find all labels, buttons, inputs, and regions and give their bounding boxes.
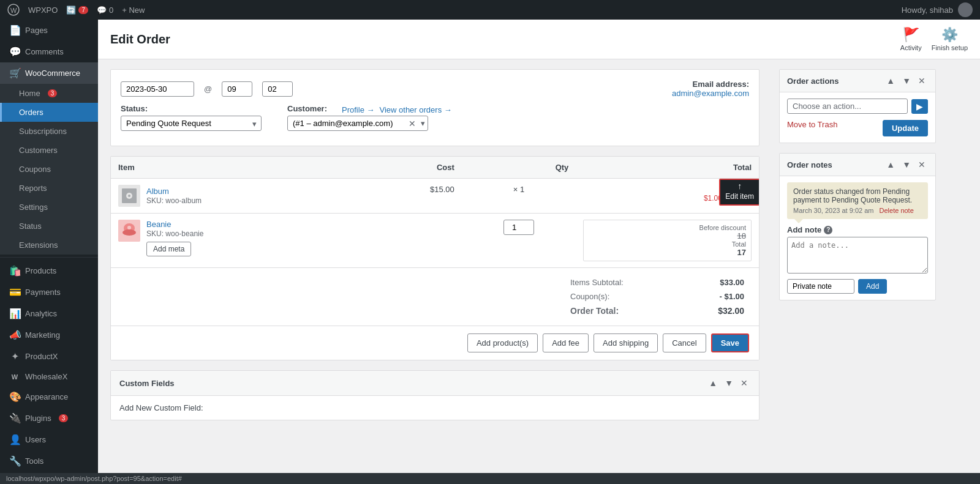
woocommerce-icon: 🛒 (9, 67, 20, 79)
order-actions-up-btn[interactable]: ▲ (884, 75, 897, 87)
sidebar-item-woocommerce[interactable]: 🛒 WooCommerce (0, 62, 98, 84)
new-btn[interactable]: + New (122, 6, 145, 15)
order-notes-controls: ▲ ▼ ✕ (884, 158, 928, 171)
sidebar-item-analytics[interactable]: 📊 Analytics (0, 303, 98, 324)
order-actions-down-btn[interactable]: ▼ (900, 75, 913, 87)
sidebar-item-subscriptions[interactable]: Subscriptions (0, 122, 98, 141)
order-meta-section: @ Email address: admin@example.com Statu… (110, 69, 760, 146)
add-fee-btn[interactable]: Add fee (543, 333, 589, 352)
finish-setup-btn[interactable]: ⚙️ Finish setup (932, 27, 968, 51)
sidebar-item-appearance[interactable]: 🎨 Appearance (0, 386, 98, 408)
save-btn[interactable]: Save (711, 333, 749, 352)
sidebar: 📄 Pages 💬 Comments 🛒 WooCommerce Home 3 … (0, 20, 98, 484)
sidebar-item-productx[interactable]: ✦ ProductX (0, 346, 98, 367)
order-date-input[interactable] (121, 81, 194, 97)
sidebar-item-comments[interactable]: 💬 Comments (0, 41, 98, 62)
coupons-val: - $1.00 (682, 289, 749, 303)
sidebar-item-settings[interactable]: Settings (0, 198, 98, 217)
sidebar-item-customers[interactable]: Customers (0, 141, 98, 160)
sidebar-item-reports[interactable]: Reports (0, 179, 98, 198)
sidebar-item-wholesalex[interactable]: W WholesaleX (0, 367, 98, 386)
cursor-icon: ↑ (725, 181, 754, 191)
sidebar-label-payments: Payments (25, 288, 61, 297)
add-shipping-btn[interactable]: Add shipping (594, 333, 658, 352)
sidebar-item-users[interactable]: 👤 Users (0, 429, 98, 450)
order-notes-close-btn[interactable]: ✕ (916, 158, 928, 171)
sidebar-item-pages[interactable]: 📄 Pages (0, 20, 98, 41)
sidebar-item-plugins[interactable]: 🔌 Plugins 3 (0, 408, 98, 429)
custom-fields-close-btn[interactable]: ✕ (738, 377, 750, 389)
header-actions: 🚩 Activity ⚙️ Finish setup (900, 27, 968, 51)
order-time-min[interactable] (262, 81, 293, 97)
sidebar-item-coupons[interactable]: Coupons (0, 160, 98, 179)
sidebar-item-orders[interactable]: Orders (0, 103, 98, 122)
sidebar-item-status[interactable]: Status (0, 217, 98, 236)
order-total-label: Order Total: (565, 303, 682, 318)
cancel-btn[interactable]: Cancel (663, 333, 706, 352)
custom-fields-down-btn[interactable]: ▼ (722, 377, 736, 389)
sidebar-label-plugins: Plugins (25, 414, 51, 423)
site-name-btn[interactable]: WPXPO (28, 6, 58, 15)
note-delete-link[interactable]: Delete note (880, 207, 914, 214)
custom-fields-up-btn[interactable]: ▲ (706, 377, 720, 389)
items-table: Item Cost Qty Total (111, 157, 759, 268)
at-sign: @ (204, 84, 212, 94)
add-meta-btn[interactable]: Add meta (146, 242, 191, 256)
sidebar-item-tools[interactable]: 🔧 Tools (0, 450, 98, 472)
marketing-icon: 📣 (9, 329, 20, 341)
customer-label: Customer: (287, 104, 327, 113)
move-to-trash-link[interactable]: Move to Trash (787, 120, 837, 129)
album-cost: $15.00 (363, 179, 462, 214)
update-btn[interactable]: Update (883, 120, 928, 136)
email-link[interactable]: admin@example.com (672, 89, 749, 98)
beanie-name-link[interactable]: Beanie (146, 220, 171, 229)
status-select[interactable]: Pending Quote Request Pending payment Pr… (121, 116, 262, 131)
add-products-btn[interactable]: Add product(s) (467, 333, 538, 352)
order-time-hour[interactable] (222, 81, 252, 97)
activity-icon: 🚩 (903, 27, 919, 43)
action-select-wrap: Choose an action... Send order details t… (787, 99, 928, 114)
payments-icon: 💳 (9, 286, 20, 298)
productx-icon: ✦ (9, 351, 20, 362)
album-name-link[interactable]: Album (146, 187, 169, 196)
coupons-label: Coupon(s): (565, 289, 682, 303)
sidebar-item-payments[interactable]: 💳 Payments (0, 281, 98, 303)
view-orders-link[interactable]: View other orders → (379, 105, 451, 114)
sidebar-item-home[interactable]: Home 3 (0, 84, 98, 103)
sidebar-item-extensions[interactable]: Extensions (0, 236, 98, 255)
action-select[interactable]: Choose an action... Send order details t… (787, 99, 908, 114)
updates-btn[interactable]: 🔄 7 (66, 6, 88, 15)
order-total-val: $32.00 (682, 303, 749, 318)
order-notes-title: Order notes (787, 160, 832, 169)
beanie-qty-input[interactable] (503, 220, 534, 235)
note-type-select[interactable]: Private note Note to customer (787, 279, 854, 294)
comments-icon: 💬 (97, 6, 107, 15)
customer-chevron-btn[interactable]: ▾ (418, 117, 428, 129)
howdy-text: Howdy, shihab (902, 6, 953, 15)
customer-select-btns: ✕ ▾ (406, 117, 428, 130)
products-icon: 🛍️ (9, 265, 20, 277)
customer-select-input[interactable] (288, 116, 406, 130)
add-note-btn[interactable]: Add (858, 279, 887, 294)
wp-logo-btn[interactable]: W (7, 4, 20, 16)
order-notes-body: Order status changed from Pending paymen… (780, 176, 935, 300)
comments-btn[interactable]: 💬 0 (97, 6, 113, 15)
order-total-row: Order Total: $32.00 (565, 303, 749, 318)
status-label: Status: (121, 104, 262, 113)
profile-link[interactable]: Profile → (342, 105, 374, 114)
action-run-btn[interactable]: ▶ (911, 99, 928, 114)
sidebar-item-products[interactable]: 🛍️ Products (0, 260, 98, 281)
activity-btn[interactable]: 🚩 Activity (900, 27, 922, 51)
order-notes-up-btn[interactable]: ▲ (884, 158, 897, 171)
url-bar: localhost/wpxpo/wp-admin/post.php?post=9… (0, 473, 980, 484)
sidebar-label-subscriptions: Subscriptions (19, 127, 67, 136)
edit-item-popup[interactable]: ↑ Edit item (719, 179, 760, 206)
order-totals: Items Subtotal: $33.00 Coupon(s): - $1.0… (111, 268, 759, 326)
note-textarea[interactable] (787, 237, 928, 274)
note-help-icon[interactable]: ? (824, 226, 832, 234)
sidebar-item-marketing[interactable]: 📣 Marketing (0, 324, 98, 346)
order-actions-close-btn[interactable]: ✕ (916, 75, 928, 87)
order-notes-down-btn[interactable]: ▼ (900, 158, 913, 171)
customer-clear-btn[interactable]: ✕ (406, 117, 418, 130)
svg-point-5 (128, 195, 130, 197)
